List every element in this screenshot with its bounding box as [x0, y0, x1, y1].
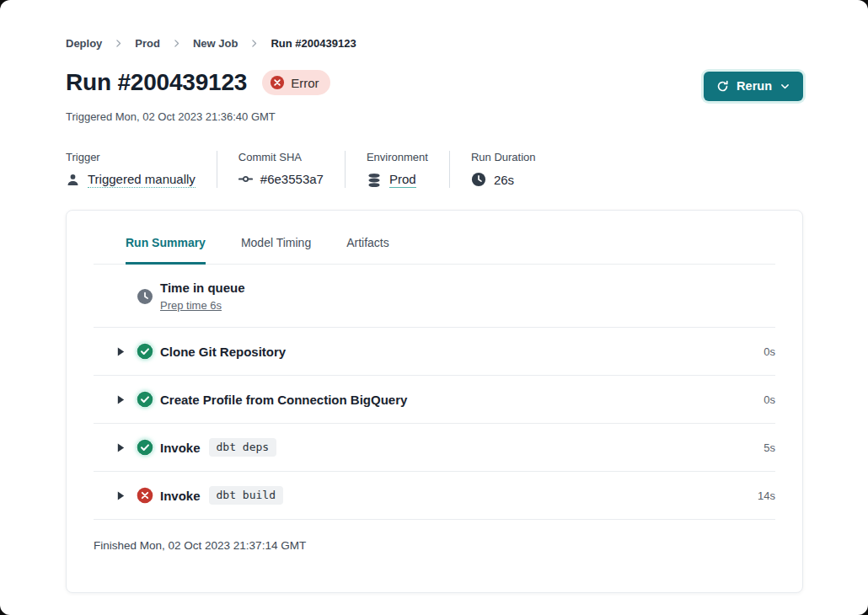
finished-timestamp: Finished Mon, 02 Oct 2023 21:37:14 GMT — [94, 539, 306, 552]
chevron-right-icon — [113, 38, 124, 49]
tab-strip: Run Summary Model Timing Artifacts — [94, 211, 775, 265]
run-meta-row: Trigger Triggered manually Commit SHA #6… — [66, 151, 803, 188]
caret-right-icon[interactable] — [116, 442, 126, 453]
caret-right-icon[interactable] — [116, 346, 126, 357]
app-window: Deploy Prod New Job Run #200439123 Run #… — [0, 0, 868, 615]
breadcrumb: Deploy Prod New Job Run #200439123 — [66, 37, 803, 50]
step-row-dbt-build[interactable]: Invoke dbt build 14s — [94, 471, 775, 519]
success-check-icon — [137, 343, 153, 360]
commit-icon — [238, 172, 253, 186]
database-icon — [367, 173, 382, 188]
trigger-value[interactable]: Triggered manually — [88, 172, 196, 188]
chevron-down-icon[interactable] — [780, 81, 790, 92]
triggered-timestamp: Triggered Mon, 02 Oct 2023 21:36:40 GMT — [66, 110, 803, 123]
breadcrumb-item-prod[interactable]: Prod — [135, 37, 160, 50]
meta-commit-label: Commit SHA — [238, 151, 324, 163]
status-badge: Error — [262, 70, 330, 95]
caret-right-icon[interactable] — [116, 394, 126, 405]
refresh-icon — [716, 80, 729, 93]
run-summary-card: Run Summary Model Timing Artifacts Time … — [66, 210, 803, 593]
error-circle-icon — [137, 487, 153, 504]
page-title: Run #200439123 — [66, 69, 247, 96]
prep-time-link[interactable]: Prep time 6s — [160, 299, 222, 312]
command-chip: dbt deps — [209, 438, 277, 457]
step-title: Clone Git Repository — [160, 345, 286, 359]
queue-title: Time in queue — [160, 281, 245, 295]
breadcrumb-current-run: Run #200439123 — [271, 37, 356, 50]
command-chip: dbt build — [209, 486, 283, 505]
step-title: Invoke — [160, 489, 201, 503]
breadcrumb-item-new-job[interactable]: New Job — [193, 37, 238, 50]
caret-right-icon[interactable] — [116, 490, 126, 501]
meta-trigger-label: Trigger — [66, 151, 196, 163]
queue-row: Time in queue Prep time 6s — [94, 265, 775, 327]
step-title: Invoke — [160, 441, 201, 455]
commit-sha-value: #6e3553a7 — [260, 172, 324, 186]
card-footer: Finished Mon, 02 Oct 2023 21:37:14 GMT — [94, 519, 775, 553]
rerun-button[interactable]: Rerun — [704, 72, 803, 101]
run-duration-value: 26s — [494, 173, 514, 187]
step-title: Create Profile from Connection BigQuery — [160, 393, 407, 407]
step-row-dbt-deps[interactable]: Invoke dbt deps 5s — [94, 423, 775, 471]
status-badge-label: Error — [291, 76, 319, 90]
meta-environment-label: Environment — [367, 151, 428, 163]
meta-environment: Environment Prod — [345, 151, 449, 188]
error-circle-icon — [270, 75, 285, 90]
meta-trigger: Trigger Triggered manually — [66, 151, 217, 188]
clock-icon — [471, 172, 486, 187]
success-check-icon — [137, 391, 153, 408]
chevron-right-icon — [249, 38, 260, 49]
step-duration: 0s — [764, 393, 775, 406]
step-duration: 0s — [764, 345, 775, 358]
meta-commit-sha: Commit SHA #6e3553a7 — [217, 151, 345, 188]
meta-run-duration: Run Duration 26s — [449, 151, 557, 188]
step-row-clone-git[interactable]: Clone Git Repository 0s — [94, 327, 775, 375]
person-icon — [66, 173, 80, 187]
breadcrumb-item-deploy[interactable]: Deploy — [66, 37, 102, 50]
chevron-right-icon — [171, 38, 182, 49]
step-duration: 5s — [764, 441, 775, 454]
rerun-button-label: Rerun — [737, 79, 772, 93]
tab-run-summary[interactable]: Run Summary — [126, 236, 206, 265]
environment-link[interactable]: Prod — [389, 172, 416, 188]
page-header: Run #200439123 Error Rerun — [66, 69, 803, 101]
tab-artifacts[interactable]: Artifacts — [346, 236, 389, 264]
success-check-icon — [137, 439, 153, 456]
meta-duration-label: Run Duration — [471, 151, 536, 163]
step-duration: 14s — [758, 489, 775, 502]
step-row-create-profile[interactable]: Create Profile from Connection BigQuery … — [94, 375, 775, 423]
queue-clock-icon — [137, 288, 153, 305]
tab-model-timing[interactable]: Model Timing — [241, 236, 311, 264]
